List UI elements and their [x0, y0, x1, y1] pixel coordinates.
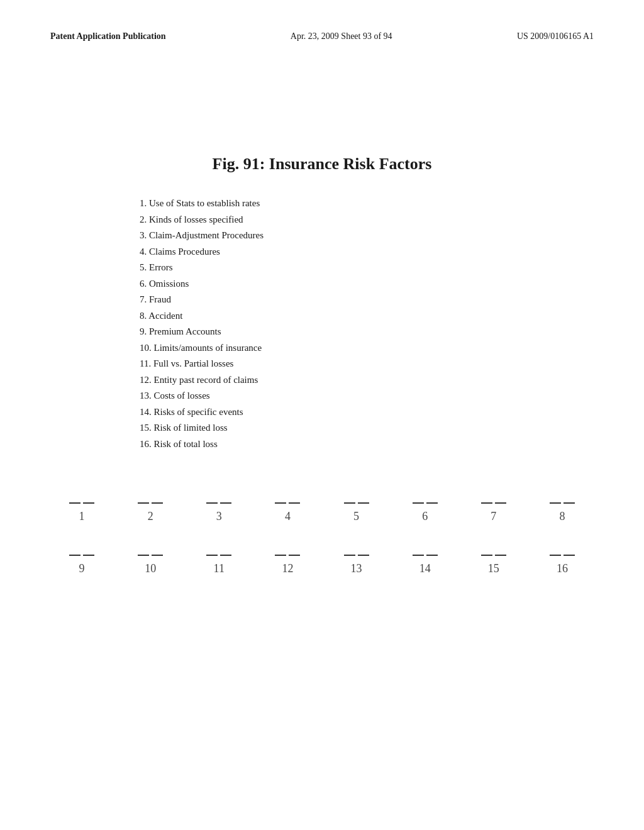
dash — [344, 502, 355, 504]
dash — [358, 502, 369, 504]
dash — [152, 502, 163, 504]
dash — [495, 502, 506, 504]
score-number-2: 2 — [138, 510, 163, 523]
score-number-14: 14 — [413, 562, 438, 575]
score-number-10: 10 — [138, 562, 163, 575]
dash — [69, 502, 80, 504]
dashes-row-2 — [50, 555, 594, 556]
dashes-row-1 — [50, 502, 594, 504]
dash — [83, 555, 94, 556]
dash — [426, 502, 438, 504]
list-item: 13. Costs of losses — [140, 388, 454, 404]
list-item: 1. Use of Stats to establish rates — [140, 196, 454, 212]
dash — [426, 555, 438, 556]
dash-group-2 — [138, 502, 163, 504]
header-date-sheet: Apr. 23, 2009 Sheet 93 of 94 — [291, 31, 392, 42]
dash-group-13 — [344, 555, 369, 556]
list-item: 12. Entity past record of claims — [140, 372, 454, 389]
score-number-7: 7 — [481, 510, 506, 523]
dash — [358, 555, 369, 556]
header-publication-label: Patent Application Publication — [50, 31, 166, 42]
score-number-3: 3 — [206, 510, 231, 523]
main-content: Fig. 91: Insurance Risk Factors 1. Use o… — [50, 155, 594, 607]
dash-group-8 — [550, 502, 575, 504]
page: Patent Application Publication Apr. 23, … — [0, 0, 644, 830]
dash-group-9 — [69, 555, 94, 556]
dash-group-5 — [344, 502, 369, 504]
list-item: 11. Full vs. Partial losses — [140, 356, 454, 372]
dash-group-15 — [481, 555, 506, 556]
dash — [138, 502, 149, 504]
score-number-11: 11 — [206, 562, 231, 575]
score-number-8: 8 — [550, 510, 575, 523]
dash — [495, 555, 506, 556]
dash — [206, 555, 218, 556]
dash — [550, 555, 561, 556]
header-patent-number: US 2009/0106165 A1 — [517, 31, 594, 42]
list-item: 2. Kinds of losses specified — [140, 212, 454, 228]
figure-title: Fig. 91: Insurance Risk Factors — [213, 155, 432, 174]
score-number-1: 1 — [69, 510, 94, 523]
score-number-4: 4 — [275, 510, 300, 523]
dash — [564, 502, 575, 504]
dash-group-1 — [69, 502, 94, 504]
dash — [413, 502, 424, 504]
score-number-5: 5 — [344, 510, 369, 523]
dash — [550, 502, 561, 504]
dash — [289, 502, 300, 504]
score-number-13: 13 — [344, 562, 369, 575]
page-header: Patent Application Publication Apr. 23, … — [50, 31, 594, 42]
dash — [138, 555, 149, 556]
score-row-1: 1 2 3 4 5 6 7 8 — [50, 502, 594, 523]
dash — [481, 555, 492, 556]
list-item: 10. Limits/amounts of insurance — [140, 340, 454, 357]
dash-group-11 — [206, 555, 231, 556]
number-row-1: 1 2 3 4 5 6 7 8 — [50, 510, 594, 523]
score-row-2: 9 10 11 12 13 14 15 16 — [50, 555, 594, 575]
dash-group-4 — [275, 502, 300, 504]
list-item: 4. Claims Procedures — [140, 244, 454, 260]
dash — [220, 555, 231, 556]
risk-factors-list: 1. Use of Stats to establish rates2. Kin… — [140, 196, 454, 452]
dash — [69, 555, 80, 556]
scoring-section: 1 2 3 4 5 6 7 8 — [50, 502, 594, 607]
list-item: 16. Risk of total loss — [140, 436, 454, 453]
list-item: 6. Omissions — [140, 276, 454, 292]
dash — [344, 555, 355, 556]
list-item: 3. Claim-Adjustment Procedures — [140, 228, 454, 244]
score-number-6: 6 — [413, 510, 438, 523]
list-item: 9. Premium Accounts — [140, 324, 454, 340]
list-item: 5. Errors — [140, 260, 454, 276]
dash-group-12 — [275, 555, 300, 556]
dash — [413, 555, 424, 556]
dash — [289, 555, 300, 556]
score-number-15: 15 — [481, 562, 506, 575]
number-row-2: 9 10 11 12 13 14 15 16 — [50, 562, 594, 575]
list-item: 8. Accident — [140, 308, 454, 324]
dash — [152, 555, 163, 556]
list-item: 7. Fraud — [140, 292, 454, 308]
dash-group-10 — [138, 555, 163, 556]
list-item: 15. Risk of limited loss — [140, 420, 454, 436]
dash-group-3 — [206, 502, 231, 504]
dash-group-6 — [413, 502, 438, 504]
dash — [564, 555, 575, 556]
dash — [275, 555, 286, 556]
list-item: 14. Risks of specific events — [140, 404, 454, 421]
score-number-9: 9 — [69, 562, 94, 575]
dash — [275, 502, 286, 504]
dash — [206, 502, 218, 504]
dash-group-7 — [481, 502, 506, 504]
score-number-16: 16 — [550, 562, 575, 575]
dash — [481, 502, 492, 504]
score-number-12: 12 — [275, 562, 300, 575]
dash-group-14 — [413, 555, 438, 556]
dash — [220, 502, 231, 504]
dash — [83, 502, 94, 504]
dash-group-16 — [550, 555, 575, 556]
